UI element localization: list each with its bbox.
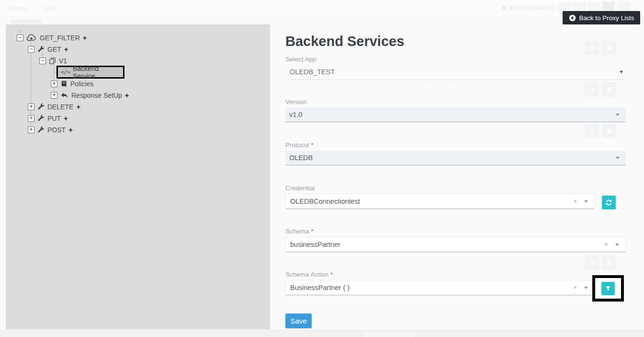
filter-button-highlight-frame [592, 275, 624, 302]
select-app-value[interactable]: OLEDB_TEST [290, 68, 335, 76]
tree-item-delete[interactable]: + DELETE + [28, 103, 80, 111]
version-label: Version [285, 98, 307, 105]
refresh-icon [605, 199, 612, 206]
copy-icon [49, 57, 56, 65]
tree-item-label: GET_FILTER [40, 34, 80, 42]
bookmarks-label: BOOKMARKS [510, 4, 555, 12]
trash-icon[interactable] [602, 256, 616, 270]
collapse-icon[interactable]: − [39, 58, 46, 64]
add-icon[interactable]: + [125, 91, 129, 99]
trash-icon[interactable] [602, 82, 616, 97]
expand-icon[interactable]: + [28, 127, 34, 133]
dropdown-caret-icon[interactable] [584, 287, 588, 289]
schema-action-value: BusinessPartner ( ) [290, 284, 350, 291]
trash-icon[interactable] [602, 41, 616, 55]
backend-services-page: Home › APIs BOOKMARKS ⌄ Back to Proxy Li… [0, 0, 644, 337]
collapse-icon[interactable]: − [17, 35, 23, 41]
breadcrumb-home[interactable]: Home [9, 4, 28, 12]
add-icon[interactable]: + [76, 103, 80, 111]
save-button[interactable]: Save [285, 314, 312, 328]
tree-item-get-filter[interactable]: − GET_FILTER + [17, 34, 87, 42]
code-icon: </> [61, 69, 70, 75]
page-title: Backend Services [285, 34, 404, 49]
required-asterisk: * [330, 271, 333, 278]
top-bar: Home › APIs BOOKMARKS ⌄ [0, 0, 644, 17]
dropdown-caret-icon[interactable] [584, 200, 588, 203]
required-asterisk: * [311, 228, 314, 235]
wrench-icon [37, 103, 45, 110]
schema-select[interactable]: businessPartner × [285, 237, 626, 252]
reply-icon [60, 92, 68, 99]
tree-item-label: POST [47, 126, 66, 134]
collapse-icon[interactable]: − [28, 46, 34, 53]
breadcrumb-apis[interactable]: APIs [42, 4, 57, 12]
footer-bar [0, 329, 644, 337]
dropdown-caret-icon[interactable] [616, 157, 620, 159]
bookmarks-menu[interactable]: BOOKMARKS ⌄ [501, 4, 562, 12]
edit-icon[interactable] [585, 82, 599, 97]
expand-icon[interactable]: + [51, 81, 57, 87]
tree-item-put[interactable]: + PUT + [28, 114, 68, 122]
schema-label-text: Schema [285, 228, 309, 235]
add-icon[interactable]: + [64, 114, 68, 122]
expand-icon[interactable]: + [28, 104, 34, 110]
schema-value: businessPartner [290, 241, 340, 248]
add-icon[interactable]: + [64, 45, 68, 53]
faded-action-pair [585, 41, 616, 55]
wrench-icon [37, 115, 45, 122]
version-select[interactable]: v1.0 [285, 107, 626, 122]
schema-action-label-text: Schema Action [285, 271, 328, 278]
faded-action-pair [585, 82, 616, 97]
bookmark-icon [501, 4, 507, 12]
filter-schema-action-button[interactable] [601, 282, 615, 295]
protocol-label-text: Protocol [285, 141, 309, 149]
trash-icon[interactable] [602, 124, 616, 138]
wrench-icon [37, 46, 45, 53]
edit-icon[interactable] [585, 124, 599, 138]
back-button-label: Back to Proxy Lists [579, 14, 634, 22]
breadcrumb-separator-icon: › [33, 4, 35, 12]
tree-item-get[interactable]: − GET + [28, 45, 68, 53]
tree-item-label: Backend Service [73, 65, 120, 80]
tree-item-response-setup[interactable]: + Response SetUp + [51, 91, 129, 99]
back-to-proxy-lists-button[interactable]: Back to Proxy Lists [563, 11, 640, 24]
clear-icon[interactable]: × [573, 198, 577, 205]
cloud-gear-icon [26, 34, 37, 42]
faded-action-pair [585, 124, 616, 138]
footer-faded-box [365, 333, 415, 337]
clear-icon[interactable]: × [604, 241, 608, 248]
dropdown-caret-icon[interactable] [615, 244, 619, 246]
faded-action-pair [585, 256, 616, 270]
credential-select[interactable]: OLEDBConnectiontest × [285, 194, 595, 209]
filter-icon [605, 285, 611, 292]
refresh-credentials-button[interactable] [602, 196, 616, 209]
credential-label: Credential [285, 185, 315, 192]
add-icon[interactable]: + [83, 34, 87, 42]
protocol-select[interactable]: OLEDB [285, 151, 626, 165]
dropdown-caret-icon[interactable]: ▼ [619, 70, 623, 74]
edit-icon[interactable] [585, 256, 599, 270]
clear-icon[interactable]: × [573, 284, 577, 291]
tree-item-label: PUT [47, 115, 61, 122]
tree-item-policies[interactable]: + Policies [51, 80, 93, 88]
edit-icon[interactable] [585, 41, 599, 55]
tree-item-label: GET [47, 46, 61, 53]
protocol-value: OLEDB [289, 154, 313, 162]
tree-item-backend-service-selected[interactable]: </> Backend Service [56, 66, 124, 79]
tree-item-v1[interactable]: − V1 [39, 57, 67, 65]
schema-label: Schema* [285, 228, 314, 235]
tree-item-label: V1 [59, 57, 67, 65]
add-icon[interactable]: + [68, 126, 73, 134]
tree-connector [20, 30, 20, 34]
required-asterisk: * [311, 141, 314, 149]
version-value: v1.0 [289, 111, 302, 118]
tree-item-label: Response SetUp [71, 92, 122, 99]
expand-icon[interactable]: + [28, 115, 34, 122]
expand-icon[interactable]: + [51, 92, 57, 99]
schema-action-select[interactable]: BusinessPartner ( ) × [285, 280, 595, 295]
schema-action-label: Schema Action* [285, 271, 333, 278]
credential-value: OLEDBConnectiontest [290, 198, 360, 205]
book-icon [60, 80, 68, 88]
tree-item-post[interactable]: + POST + [28, 126, 73, 134]
dropdown-caret-icon[interactable] [616, 114, 620, 116]
